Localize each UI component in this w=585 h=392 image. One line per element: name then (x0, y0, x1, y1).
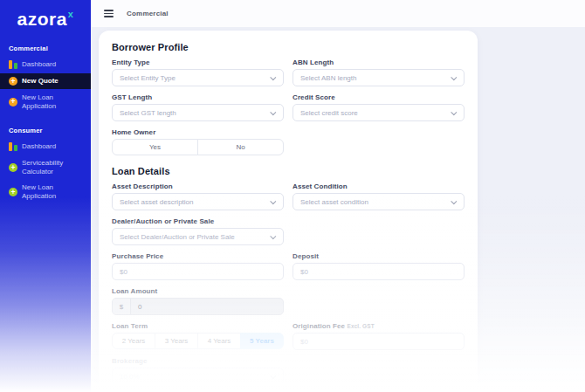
asset-description-label: Asset Description (112, 182, 284, 190)
abn-length-select[interactable]: Select ABN length (292, 69, 465, 86)
dashboard-icon (9, 60, 17, 69)
asset-condition-field: Asset Condition Select asset condition (292, 182, 465, 210)
loan-details-heading: Loan Details (112, 166, 465, 176)
purchase-price-input[interactable] (112, 263, 284, 280)
chevron-down-icon (270, 74, 276, 80)
sidebar-item-label: Serviceability Calculator (22, 159, 87, 175)
abn-length-field: ABN Length Select ABN length (292, 58, 465, 86)
entity-type-label: Entity Type (112, 58, 284, 66)
loan-amount-label: Loan Amount (112, 287, 284, 295)
credit-score-select[interactable]: Select credit score (292, 104, 465, 121)
loan-term-field: Loan Term 2 Years 3 Years 4 Years 5 Year… (112, 322, 284, 350)
entity-type-placeholder: Select Entity Type (120, 74, 176, 82)
deposit-field: Deposit (292, 252, 465, 280)
sidebar-item-serviceability-calculator[interactable]: + Serviceability Calculator (0, 155, 91, 179)
chevron-down-icon (270, 233, 276, 239)
asset-description-field: Asset Description Select asset descripti… (112, 182, 284, 210)
chevron-down-icon (451, 74, 457, 80)
sidebar-item-label: Dashboard (22, 142, 56, 151)
chevron-down-icon (270, 373, 276, 379)
chevron-down-icon (451, 109, 457, 115)
loan-amount-field: Loan Amount $ 0 (112, 287, 284, 315)
home-owner-no-button[interactable]: No (197, 139, 284, 155)
sidebar-item-label: New Quote (22, 77, 58, 86)
loan-amount-value: 0 (131, 299, 283, 314)
loan-term-label: Loan Term (112, 322, 284, 330)
chevron-down-icon (451, 198, 457, 204)
currency-prefix: $ (113, 299, 131, 314)
sidebar-item-label: Dashboard (22, 60, 56, 69)
home-owner-toggle: Yes No (112, 139, 284, 155)
asset-condition-select[interactable]: Select asset condition (292, 193, 465, 210)
content-area: Borrower Profile Entity Type Select Enti… (91, 27, 585, 392)
origination-fee-field: Origination Fee Excl. GST (292, 322, 465, 350)
credit-score-label: Credit Score (292, 93, 465, 101)
gst-length-placeholder: Select GST length (120, 109, 176, 117)
plus-circle-green-icon: + (9, 188, 17, 196)
dashboard-icon (9, 142, 17, 151)
entity-type-select[interactable]: Select Entity Type (112, 69, 284, 86)
dealer-sale-label: Dealer/Auction or Private Sale (112, 217, 284, 225)
home-owner-field: Home Owner Yes No (112, 128, 284, 155)
brokerage-value: 10.0% (120, 373, 140, 381)
home-owner-yes-button[interactable]: Yes (112, 139, 198, 155)
entity-type-field: Entity Type Select Entity Type (112, 58, 284, 86)
origination-fee-label-suffix: Excl. GST (348, 323, 375, 329)
sidebar-item-label: New Loan Application (22, 93, 87, 110)
credit-score-placeholder: Select credit score (300, 109, 358, 117)
purchase-price-field: Purchase Price (112, 252, 284, 280)
home-owner-label: Home Owner (112, 128, 284, 136)
sidebar-item-consumer-dashboard[interactable]: Dashboard (0, 139, 91, 155)
borrower-profile-heading: Borrower Profile (112, 42, 465, 52)
chevron-down-icon (270, 198, 276, 204)
abn-length-placeholder: Select ABN length (300, 74, 356, 82)
loan-term-toggle: 2 Years 3 Years 4 Years 5 Years (112, 333, 284, 349)
deposit-input[interactable] (292, 263, 465, 280)
sidebar-item-commercial-new-loan-application[interactable]: + New Loan Application (0, 90, 91, 113)
brokerage-select[interactable]: 10.0% (112, 368, 284, 385)
chevron-down-icon (270, 109, 276, 115)
hamburger-icon[interactable] (104, 10, 114, 17)
sidebar-item-commercial-dashboard[interactable]: Dashboard (0, 57, 91, 72)
abn-length-label: ABN Length (292, 58, 465, 66)
sidebar: azorax Commercial Dashboard + New Quote … (0, 0, 91, 392)
dealer-sale-placeholder: Select Dealer/Auction or Private Sale (120, 233, 235, 241)
plus-circle-orange-icon: + (9, 77, 17, 86)
credit-score-field: Credit Score Select credit score (292, 93, 465, 121)
brokerage-field: Brokerage 10.0% (112, 357, 284, 385)
gst-length-field: GST Length Select GST length (112, 93, 284, 121)
purchase-price-label: Purchase Price (112, 252, 284, 260)
sidebar-section-commercial: Commercial (0, 45, 91, 52)
deposit-label: Deposit (292, 252, 465, 260)
brokerage-label: Brokerage (112, 357, 284, 365)
logo-superscript-x: x (68, 9, 74, 19)
loan-amount-input-group: $ 0 (112, 298, 284, 315)
plus-circle-green-icon: + (9, 163, 17, 172)
loan-term-5-years-button[interactable]: 5 Years (240, 333, 284, 349)
sidebar-section-consumer: Consumer (0, 127, 91, 134)
sidebar-item-consumer-new-loan-application[interactable]: + New Loan Application (0, 180, 91, 203)
asset-description-select[interactable]: Select asset description (112, 193, 284, 210)
top-bar: Commercial (91, 0, 585, 27)
dealer-sale-select[interactable]: Select Dealer/Auction or Private Sale (112, 228, 284, 245)
asset-description-placeholder: Select asset description (120, 198, 194, 206)
asset-condition-label: Asset Condition (292, 182, 465, 190)
plus-circle-orange-icon: + (9, 98, 17, 107)
dealer-sale-field: Dealer/Auction or Private Sale Select De… (112, 217, 284, 245)
sidebar-item-label: New Loan Application (22, 183, 87, 200)
origination-fee-input[interactable] (292, 333, 465, 350)
origination-fee-label: Origination Fee (292, 322, 345, 330)
quote-form-card: Borrower Profile Entity Type Select Enti… (99, 31, 478, 392)
gst-length-label: GST Length (112, 93, 284, 101)
loan-term-4-years-button[interactable]: 4 Years (197, 333, 241, 349)
page-title: Commercial (127, 10, 169, 17)
azora-logo: azorax (17, 10, 74, 28)
loan-term-3-years-button[interactable]: 3 Years (155, 333, 198, 349)
main-area: Commercial Borrower Profile Entity Type … (91, 0, 585, 392)
logo-text: azora (17, 9, 67, 29)
asset-condition-placeholder: Select asset condition (300, 198, 368, 206)
loan-term-2-years-button[interactable]: 2 Years (112, 333, 155, 349)
app-window: azorax Commercial Dashboard + New Quote … (0, 0, 585, 392)
gst-length-select[interactable]: Select GST length (112, 104, 284, 121)
sidebar-item-new-quote[interactable]: + New Quote (0, 73, 91, 89)
